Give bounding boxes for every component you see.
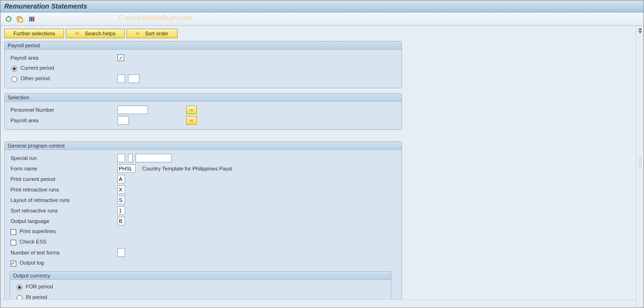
checkbox-print-superlines[interactable]: Print superlines <box>10 228 115 234</box>
label-output-lang: Output language <box>10 218 115 224</box>
checkbox-check-ess[interactable]: Check ESS <box>10 239 115 245</box>
group-payroll-period: Payroll period Payroll area ✓ Current pe… <box>4 41 402 88</box>
radio-icon <box>11 76 17 82</box>
layout-retro-input[interactable] <box>117 196 125 204</box>
watermark: © www.tutorialkart.com <box>117 13 192 22</box>
form-name-description: Country Template for Philippines Paysl <box>142 166 232 171</box>
print-retro-input[interactable] <box>117 185 125 194</box>
scroll-down-icon <box>638 31 642 33</box>
content-area: Further selections ➪ Search helps ➪ Sort… <box>0 26 636 307</box>
personnel-number-more-button[interactable]: ➪ <box>186 106 197 114</box>
group-selection: Selection Personnel Number ➪ Payroll are… <box>4 93 402 130</box>
label-payroll-area-sel: Payroll area <box>10 117 115 123</box>
payroll-area-checkbox[interactable]: ✓ <box>117 54 124 61</box>
radio-other-period[interactable]: Other period <box>10 75 115 82</box>
checkbox-icon <box>11 229 16 235</box>
number-test-input[interactable] <box>117 248 125 257</box>
label-personnel-number: Personnel Number <box>10 107 115 113</box>
label-print-retro: Print retroactive runs <box>10 187 115 192</box>
output-lang-input[interactable] <box>117 217 125 225</box>
checkbox-output-log[interactable]: Output log <box>10 260 115 266</box>
label-number-test: Number of test forms <box>10 250 115 255</box>
form-name-input[interactable] <box>117 164 136 173</box>
svg-point-0 <box>6 17 11 21</box>
group-title: Payroll period <box>5 42 401 50</box>
svg-rect-3 <box>29 17 31 21</box>
drag-handle-icon <box>639 158 642 168</box>
checkbox-icon <box>11 240 16 245</box>
label-form-name: Form name <box>10 166 115 171</box>
svg-rect-4 <box>31 17 32 21</box>
label-payroll-area: Payroll area <box>10 55 115 61</box>
sort-retro-input[interactable] <box>117 206 125 215</box>
other-period-field2[interactable] <box>128 74 139 83</box>
further-selections-button[interactable]: Further selections <box>4 29 64 38</box>
execute-icon[interactable] <box>4 15 13 23</box>
special-run-input2[interactable] <box>128 154 133 162</box>
toolbar: © www.tutorialkart.com <box>0 12 644 26</box>
label-special-run: Special run <box>10 155 115 161</box>
group-title: Output currency <box>10 272 391 280</box>
group-title: General program control <box>5 142 401 150</box>
other-period-field1[interactable] <box>117 74 125 83</box>
settings-icon[interactable] <box>27 15 36 23</box>
vertical-scrollbar[interactable] <box>636 26 644 307</box>
radio-icon <box>17 285 22 290</box>
label-layout-retro: Layout of retroactive runs <box>10 197 115 203</box>
page-title: Remuneration Statements <box>4 2 87 10</box>
label-print-current: Print current period <box>10 176 115 182</box>
title-bar: Remuneration Statements <box>0 0 644 12</box>
radio-icon <box>11 66 17 72</box>
special-run-input1[interactable] <box>117 154 125 162</box>
variant-icon[interactable] <box>16 15 24 23</box>
arrow-right-icon: ➪ <box>75 30 80 37</box>
arrow-right-icon: ➪ <box>136 30 140 37</box>
scroll-up-icon <box>638 28 642 30</box>
search-helps-button[interactable]: ➪ Search helps <box>66 29 124 38</box>
payroll-area-input[interactable] <box>117 116 129 125</box>
svg-rect-5 <box>33 17 34 21</box>
special-run-input3[interactable] <box>136 154 172 162</box>
payroll-area-more-button[interactable]: ➪ <box>186 116 197 125</box>
group-title: Selection <box>5 94 401 102</box>
horizontal-scrollbar[interactable] <box>0 299 636 307</box>
print-current-input[interactable] <box>117 175 125 183</box>
app-window: Remuneration Statements © www.tutorialka… <box>0 0 644 308</box>
group-general-control: General program control Special run Form… <box>4 141 402 307</box>
checkbox-icon <box>11 261 16 266</box>
radio-current-period[interactable]: Current period <box>10 65 115 71</box>
label-sort-retro: Sort retroactive runs <box>10 208 115 213</box>
personnel-number-input[interactable] <box>117 106 148 114</box>
sort-order-button[interactable]: ➪ Sort order <box>127 29 178 38</box>
svg-rect-2 <box>19 18 22 22</box>
radio-for-period[interactable]: FOR period <box>15 284 120 290</box>
